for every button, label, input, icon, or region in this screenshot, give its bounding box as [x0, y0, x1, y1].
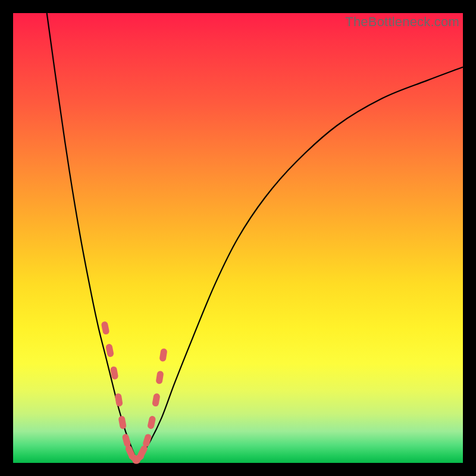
data-marker [101, 321, 109, 335]
data-marker [159, 348, 167, 362]
data-marker [114, 393, 123, 406]
data-marker [118, 415, 127, 430]
curve-layer [13, 13, 463, 463]
curve-left-arm [47, 13, 137, 461]
marker-group [101, 321, 167, 465]
data-marker [152, 393, 161, 407]
data-marker [121, 433, 131, 447]
plot-area: TheBottleneck.com [13, 13, 463, 463]
data-marker [147, 415, 156, 430]
data-marker [155, 371, 164, 384]
chart-frame: TheBottleneck.com [0, 0, 476, 476]
curve-right-arm [137, 67, 463, 461]
data-marker [105, 343, 114, 358]
